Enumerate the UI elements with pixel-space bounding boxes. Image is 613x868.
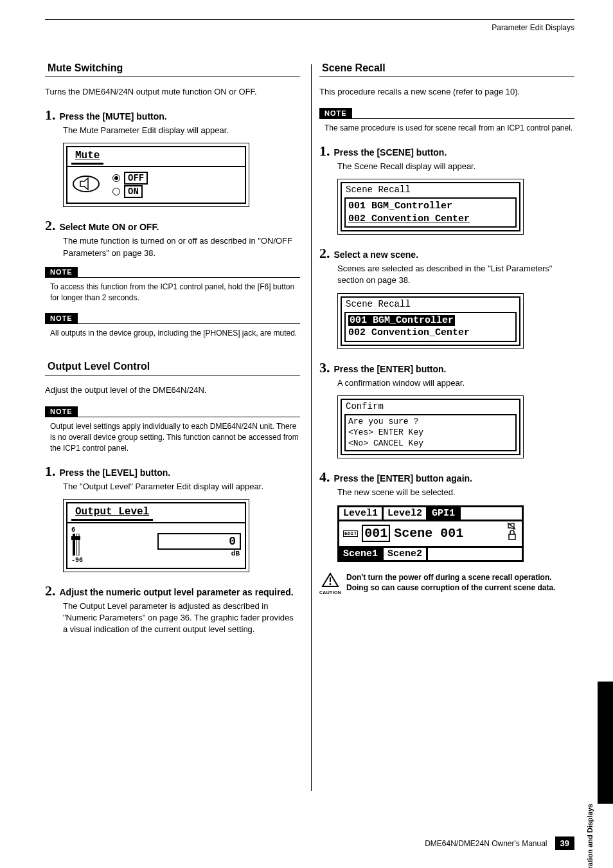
step-number: 2. [319, 245, 330, 262]
lcd-title: Confirm [342, 400, 519, 413]
step-body: Scenes are selected as described in the … [337, 263, 574, 286]
tab-level1: Level1 [339, 507, 384, 520]
step-body: The mute function is turned on or off as… [63, 235, 300, 258]
lcd-title: Scene Recall [342, 298, 519, 311]
output-step-2: 2. Adjust the numeric output level param… [45, 583, 300, 636]
step-title: Press the [SCENE] button. [334, 147, 447, 158]
tab-scene2: Scene2 [384, 548, 428, 560]
step-body: A confirmation window will appear. [337, 377, 574, 389]
caution-label: CAUTION [319, 590, 341, 595]
step-title: Adjust the numeric output level paramete… [60, 587, 294, 597]
step-number: 1. [319, 143, 330, 159]
mute-option-on: ON [112, 185, 148, 198]
caution-text: Don't turn the power off during a scene … [346, 572, 574, 593]
confirm-line: <No> CANCEL Key [348, 439, 513, 449]
note-rule [45, 323, 300, 324]
scene-step-2: 2. Select a new scene. Scenes are select… [319, 245, 574, 286]
output-lcd: Output Level 6 -96 0 dB [63, 499, 249, 572]
step-body: The new scene will be selected. [337, 487, 574, 498]
step-title: Select Mute ON or OFF. [60, 222, 159, 232]
mute-lcd: Mute OFF ON [63, 143, 249, 207]
svg-point-0 [73, 176, 99, 192]
caution-icon: CAUTION [319, 572, 341, 595]
heading-scene-recall: Scene Recall [319, 61, 574, 77]
confirm-line: <Yes> ENTER Key [348, 428, 513, 439]
step-title: Press the [ENTER] button. [334, 364, 447, 374]
main-lcd: Level1 Level2 GPI1 EDIT 001 Scene 001 Sc… [337, 505, 524, 562]
scene-name: Scene 001 [394, 526, 463, 541]
confirm-line: Are you sure ? [348, 417, 513, 428]
note-tag: NOTE [45, 313, 78, 323]
left-column: Mute Switching Turns the DME64N/24N outp… [45, 61, 300, 642]
scene-row-001: 001 BGM_Controller [348, 200, 513, 213]
lcd-title: Output Level [71, 505, 153, 521]
mute-note-1: To access this function from the ICP1 co… [50, 282, 300, 303]
step-body: The Scene Recall display will appear. [337, 161, 574, 172]
note-tag: NOTE [319, 108, 352, 118]
note-rule [45, 417, 300, 417]
scene-step-3: 3. Press the [ENTER] button. A confirmat… [319, 359, 574, 389]
right-column: Scene Recall This procedure recalls a ne… [319, 61, 574, 642]
scene-lcd-2: Scene Recall 001 BGM_Controller 002 Conv… [337, 293, 524, 349]
mute-intro: Turns the DME64N/24N output mute functio… [45, 86, 300, 98]
step-number: 3. [319, 359, 330, 376]
lcd-title: Mute [71, 149, 103, 165]
side-tab-label: Panel Operation and Displays [586, 804, 594, 868]
output-step-1: 1. Press the [LEVEL] button. The "Output… [45, 463, 300, 493]
tab-level2: Level2 [384, 507, 428, 520]
step-title: Select a new scene. [334, 249, 419, 260]
scene-step-1: 1. Press the [SCENE] button. The Scene R… [319, 143, 574, 172]
scene-row-002: 002 Convention_Center [348, 327, 513, 339]
step-body: The Output Level parameter is adjusted a… [63, 601, 300, 636]
scene-intro: This procedure recalls a new scene (refe… [319, 86, 574, 98]
radio-icon [112, 188, 120, 195]
scene-row-002: 002 Convention_Center [348, 213, 513, 226]
edit-tag: EDIT [343, 530, 358, 537]
bottom-tabs: Scene1 Scene2 [339, 548, 522, 560]
tab-gpi1: GPI1 [428, 507, 461, 520]
step-number: 2. [45, 217, 56, 234]
mute-step-2: 2. Select Mute ON or OFF. The mute funct… [45, 217, 300, 258]
output-note-1: Output level settings apply individually… [50, 421, 300, 453]
caution-block: CAUTION Don't turn the power off during … [319, 572, 574, 595]
mute-note-2: All outputs in the device group, includi… [50, 328, 300, 339]
step-title: Press the [LEVEL] button. [60, 467, 171, 478]
scene-step-4: 4. Press the [ENTER] button again. The n… [319, 469, 574, 498]
svg-point-7 [330, 583, 332, 585]
speaker-mute-icon [71, 174, 101, 196]
scene-number: 001 [362, 525, 390, 542]
step-number: 1. [45, 107, 56, 123]
top-tabs: Level1 Level2 GPI1 [339, 507, 522, 521]
footer-manual-name: DME64N/DME24N Owner's Manual [425, 839, 547, 848]
svg-rect-3 [71, 536, 80, 540]
mute-option-off: OFF [112, 172, 148, 185]
option-off: OFF [124, 172, 148, 185]
note-rule [45, 277, 300, 278]
confirm-lcd: Confirm Are you sure ? <Yes> ENTER Key <… [337, 395, 524, 459]
note-tag: NOTE [45, 406, 78, 417]
heading-mute-switching: Mute Switching [45, 61, 300, 77]
step-body: The Mute Parameter Edit display will app… [63, 125, 300, 136]
side-tab-bar [598, 682, 613, 804]
step-title: Press the [MUTE] button. [60, 111, 167, 122]
tab-scene1: Scene1 [339, 548, 384, 560]
output-value: 0 [157, 533, 241, 550]
column-divider [311, 64, 312, 791]
footer: DME64N/DME24N Owner's Manual 39 [425, 836, 574, 850]
note-rule [319, 118, 574, 119]
output-intro: Adjust the output level of the DME64N/24… [45, 384, 300, 396]
output-unit: dB [157, 550, 241, 557]
step-title: Press the [ENTER] button again. [334, 473, 472, 484]
side-tab: Panel Operation and Displays [587, 572, 613, 804]
heading-output-level: Output Level Control [45, 359, 300, 375]
fader-icon: 6 -96 [71, 527, 83, 564]
option-on: ON [124, 185, 143, 198]
note-tag: NOTE [45, 267, 78, 277]
mute-step-1: 1. Press the [MUTE] button. The Mute Par… [45, 107, 300, 136]
scene-row-001-selected: 001 BGM_Controller [348, 314, 513, 327]
running-head: Parameter Edit Displays [492, 23, 574, 32]
scene-lcd-1: Scene Recall 001 BGM_Controller 002 Conv… [337, 179, 524, 235]
step-body: The "Output Level" Parameter Edit displa… [63, 481, 300, 493]
radio-selected-icon [112, 174, 120, 182]
top-rule [45, 19, 574, 20]
